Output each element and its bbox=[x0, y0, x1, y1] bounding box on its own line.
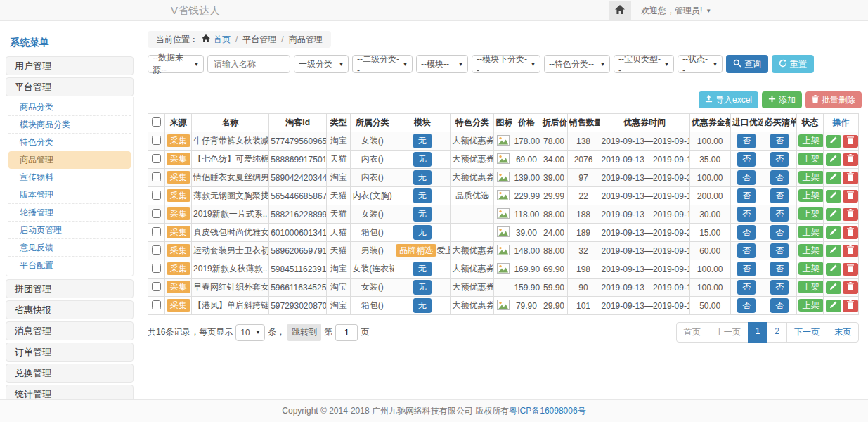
page-first-button[interactable]: 首页 bbox=[676, 322, 708, 343]
row-checkbox[interactable] bbox=[152, 300, 161, 309]
import-select-toggle[interactable]: 否 bbox=[737, 225, 756, 240]
delete-button[interactable] bbox=[843, 135, 858, 148]
add-button[interactable]: 添加 bbox=[762, 91, 802, 108]
filter-select-module[interactable]: --模块--▼ bbox=[416, 55, 468, 73]
row-checkbox[interactable] bbox=[152, 172, 161, 181]
icp-link[interactable]: 粤ICP备16098006号 bbox=[509, 406, 585, 416]
delete-button[interactable] bbox=[843, 300, 858, 312]
status-toggle[interactable]: 上架 bbox=[798, 153, 824, 165]
import-select-toggle[interactable]: 否 bbox=[737, 170, 756, 185]
row-checkbox[interactable] bbox=[152, 227, 161, 236]
row-checkbox[interactable] bbox=[152, 209, 161, 218]
page-2-button[interactable]: 2 bbox=[767, 322, 787, 343]
import-select-toggle[interactable]: 否 bbox=[737, 134, 756, 148]
delete-button[interactable] bbox=[843, 172, 858, 184]
must-buy-toggle[interactable]: 否 bbox=[770, 262, 789, 276]
import-select-toggle[interactable]: 否 bbox=[737, 243, 756, 258]
delete-button[interactable] bbox=[843, 281, 858, 294]
delete-button[interactable] bbox=[843, 263, 858, 276]
filter-select-module-sub-category[interactable]: --模块下分类--▼ bbox=[472, 55, 540, 73]
reset-button[interactable]: 重置 bbox=[772, 55, 814, 73]
sidebar-subitem[interactable]: 特色分类 bbox=[8, 134, 131, 151]
filter-select-feature-category[interactable]: --特色分类--▼ bbox=[544, 55, 610, 73]
status-toggle[interactable]: 上架 bbox=[798, 244, 824, 257]
page-1-button[interactable]: 1 bbox=[748, 322, 768, 343]
select-all-checkbox[interactable] bbox=[152, 117, 161, 127]
jump-button[interactable]: 跳转到 bbox=[287, 324, 321, 341]
must-buy-toggle[interactable]: 否 bbox=[770, 243, 789, 258]
import-select-toggle[interactable]: 否 bbox=[737, 280, 756, 295]
search-button[interactable]: 查询 bbox=[726, 55, 768, 73]
sidebar-item[interactable]: 省惠快报 bbox=[6, 300, 134, 319]
filter-select-item-type[interactable]: --宝贝类型--▼ bbox=[614, 55, 674, 73]
sidebar-item[interactable]: 消息管理 bbox=[6, 321, 134, 340]
sidebar-item[interactable]: 用户管理 bbox=[6, 56, 134, 75]
import-select-toggle[interactable]: 否 bbox=[737, 188, 756, 203]
home-button[interactable] bbox=[609, 1, 631, 21]
jump-page-input[interactable] bbox=[335, 324, 358, 341]
sidebar-subitem[interactable]: 宣传物料 bbox=[8, 169, 131, 186]
page-next-button[interactable]: 下一页 bbox=[786, 322, 827, 343]
row-checkbox[interactable] bbox=[152, 154, 161, 163]
edit-button[interactable] bbox=[826, 208, 841, 221]
row-checkbox[interactable] bbox=[152, 245, 161, 255]
must-buy-toggle[interactable]: 否 bbox=[770, 170, 789, 185]
row-checkbox[interactable] bbox=[152, 191, 161, 200]
import-excel-button[interactable]: 导入excel bbox=[699, 91, 758, 108]
sidebar-item[interactable]: 订单管理 bbox=[6, 343, 134, 362]
must-buy-toggle[interactable]: 否 bbox=[770, 152, 789, 167]
sidebar-subitem[interactable]: 商品分类 bbox=[8, 98, 131, 116]
must-buy-toggle[interactable]: 否 bbox=[770, 134, 789, 148]
edit-button[interactable] bbox=[826, 226, 841, 239]
sidebar-item[interactable]: 兑换管理 bbox=[6, 364, 134, 383]
page-prev-button[interactable]: 上一页 bbox=[708, 322, 749, 343]
edit-button[interactable] bbox=[826, 135, 841, 148]
sidebar-subitem[interactable]: 启动页管理 bbox=[8, 222, 131, 239]
status-toggle[interactable]: 上架 bbox=[798, 226, 824, 238]
per-page-select[interactable]: 10 ▼ bbox=[235, 324, 265, 341]
import-select-toggle[interactable]: 否 bbox=[737, 207, 756, 222]
edit-button[interactable] bbox=[826, 263, 841, 276]
import-select-toggle[interactable]: 否 bbox=[737, 152, 756, 167]
row-checkbox[interactable] bbox=[152, 136, 161, 145]
status-toggle[interactable]: 上架 bbox=[798, 134, 824, 147]
import-select-toggle[interactable]: 否 bbox=[737, 262, 756, 276]
edit-button[interactable] bbox=[826, 245, 841, 257]
page-last-button[interactable]: 末页 bbox=[827, 322, 859, 343]
delete-button[interactable] bbox=[843, 208, 858, 221]
sidebar-subitem[interactable]: 版本管理 bbox=[8, 186, 131, 204]
edit-button[interactable] bbox=[826, 300, 841, 312]
must-buy-toggle[interactable]: 否 bbox=[770, 188, 789, 203]
row-checkbox[interactable] bbox=[152, 264, 161, 273]
status-toggle[interactable]: 上架 bbox=[798, 262, 824, 275]
user-menu[interactable]: 欢迎您，管理员! ▼ bbox=[641, 5, 711, 17]
sidebar-item[interactable]: 拼团管理 bbox=[6, 279, 134, 298]
import-select-toggle[interactable]: 否 bbox=[737, 298, 756, 313]
delete-button[interactable] bbox=[843, 190, 858, 203]
sidebar-subitem[interactable]: 模块商品分类 bbox=[8, 116, 131, 134]
status-toggle[interactable]: 上架 bbox=[798, 189, 824, 202]
sidebar-subitem[interactable]: 轮播管理 bbox=[8, 204, 131, 222]
filter-select-data-source[interactable]: --数据来源--▼ bbox=[148, 55, 204, 73]
edit-button[interactable] bbox=[826, 153, 841, 166]
status-toggle[interactable]: 上架 bbox=[798, 299, 824, 312]
status-toggle[interactable]: 上架 bbox=[798, 281, 824, 293]
status-toggle[interactable]: 上架 bbox=[798, 171, 824, 184]
edit-button[interactable] bbox=[826, 190, 841, 203]
delete-button[interactable] bbox=[843, 153, 858, 166]
sidebar-item[interactable]: 平台管理 bbox=[6, 77, 134, 96]
filter-select-level1-category[interactable]: 一级分类▼ bbox=[294, 55, 349, 73]
status-toggle[interactable]: 上架 bbox=[798, 207, 824, 220]
name-search-input[interactable] bbox=[207, 55, 290, 73]
filter-select-level2-category[interactable]: --二级分类--▼ bbox=[352, 55, 413, 73]
must-buy-toggle[interactable]: 否 bbox=[770, 298, 789, 313]
edit-button[interactable] bbox=[826, 281, 841, 294]
sidebar-subitem[interactable]: 意见反馈 bbox=[8, 239, 131, 257]
breadcrumb-home-link[interactable]: 首页 bbox=[214, 34, 231, 46]
row-checkbox[interactable] bbox=[152, 282, 161, 291]
must-buy-toggle[interactable]: 否 bbox=[770, 225, 789, 240]
must-buy-toggle[interactable]: 否 bbox=[770, 207, 789, 222]
must-buy-toggle[interactable]: 否 bbox=[770, 280, 789, 295]
sidebar-subitem-active[interactable]: 商品管理 bbox=[8, 151, 131, 169]
delete-button[interactable] bbox=[843, 226, 858, 239]
